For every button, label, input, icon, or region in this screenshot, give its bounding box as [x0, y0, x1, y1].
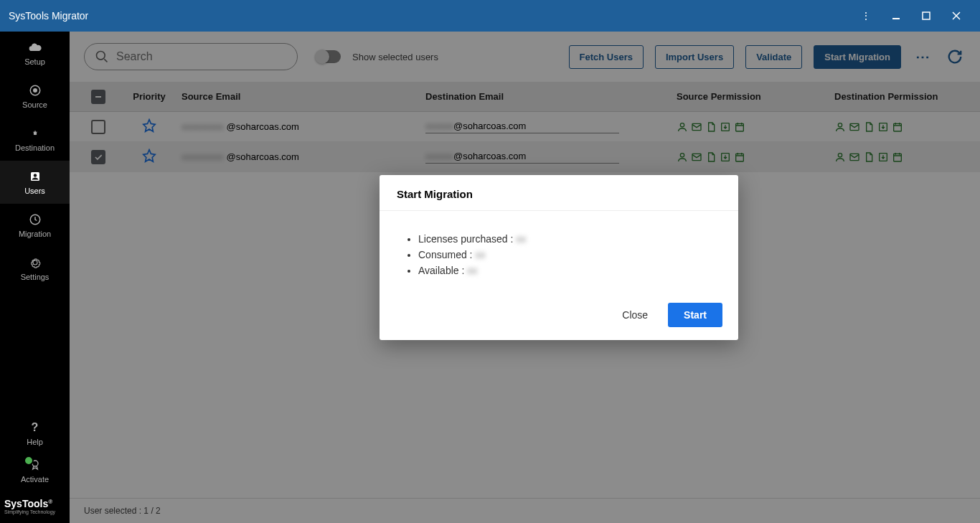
- consumed-row: Consumed : xx: [418, 247, 721, 263]
- sidebar-item-users[interactable]: Users: [0, 161, 70, 204]
- svg-point-4: [33, 132, 37, 136]
- sidebar-item-activate[interactable]: Activate: [0, 455, 70, 492]
- svg-rect-0: [892, 18, 900, 19]
- brand-logo: SysTools® Simplifying Technology: [0, 492, 70, 523]
- ribbon-icon: [28, 458, 42, 472]
- svg-point-6: [33, 174, 37, 177]
- more-menu-icon[interactable]: ⋮: [851, 0, 881, 32]
- minimize-icon[interactable]: [881, 0, 911, 32]
- users-icon: [28, 169, 42, 184]
- target-icon: [28, 126, 42, 141]
- status-dot-icon: [24, 456, 34, 466]
- start-button[interactable]: Start: [668, 303, 722, 327]
- sidebar-item-migration[interactable]: Migration: [0, 204, 70, 247]
- cloud-icon: [28, 40, 42, 55]
- modal-title: Start Migration: [380, 175, 738, 211]
- svg-rect-1: [923, 12, 930, 19]
- available-row: Available : xx: [418, 263, 721, 278]
- maximize-icon[interactable]: [911, 0, 941, 32]
- licenses-purchased-row: Licenses purchased : xx: [418, 231, 721, 247]
- help-icon: ?: [28, 420, 42, 435]
- sidebar-item-destination[interactable]: Destination: [0, 118, 70, 161]
- radio-icon: [28, 83, 42, 98]
- close-icon[interactable]: [941, 0, 971, 32]
- app-title: SysTools Migrator: [9, 10, 88, 22]
- sidebar-item-help[interactable]: ? Help: [0, 412, 70, 455]
- gear-icon: [28, 255, 42, 270]
- modal-body: Licenses purchased : xx Consumed : xx Av…: [380, 211, 738, 296]
- titlebar: SysTools Migrator ⋮: [0, 0, 980, 32]
- clock-icon: [28, 212, 42, 227]
- modal-footer: Close Start: [380, 296, 738, 340]
- close-button[interactable]: Close: [612, 303, 658, 327]
- sidebar: Setup Source Destination Users Migration: [0, 32, 70, 523]
- sidebar-item-setup[interactable]: Setup: [0, 32, 70, 75]
- sidebar-item-settings[interactable]: Settings: [0, 247, 70, 290]
- start-migration-modal: Start Migration Licenses purchased : xx …: [380, 175, 738, 340]
- main-content: Show selected users Fetch Users Import U…: [70, 32, 980, 523]
- svg-point-3: [33, 89, 37, 93]
- sidebar-item-source[interactable]: Source: [0, 75, 70, 118]
